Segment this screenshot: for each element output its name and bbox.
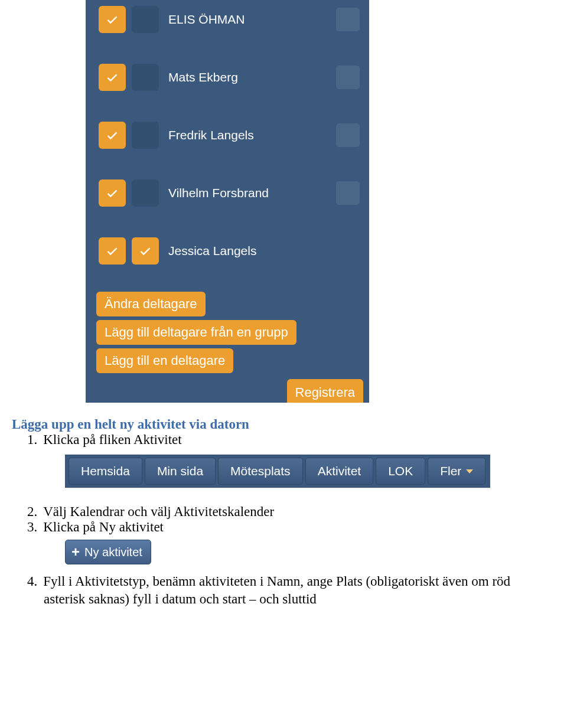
participant-name: Fredrik Langels	[168, 128, 336, 142]
ny-aktivitet-label: Ny aktivitet	[84, 546, 142, 559]
check-icon	[104, 71, 120, 84]
tab-label: Fler	[440, 464, 461, 478]
step-text: Fyll i Aktivitetstyp, benämn aktiviteten…	[43, 574, 510, 606]
step-number: 3.	[27, 520, 37, 534]
tab-label: LOK	[388, 464, 413, 478]
step-text: Klicka på fliken Aktivitet	[43, 432, 181, 447]
tabs-screenshot: Hemsida Min sida Mötesplats Aktivitet LO…	[65, 453, 490, 489]
attendance-checkbox-1[interactable]	[99, 6, 126, 33]
register-row: Registrera	[86, 376, 369, 403]
tab-motesplats[interactable]: Mötesplats	[218, 458, 303, 485]
tab-min-sida[interactable]: Min sida	[145, 458, 216, 485]
participant-row: ELIS ÖHMAN	[86, 0, 369, 58]
tab-label: Hemsida	[81, 464, 130, 478]
add-participant-button[interactable]: Lägg till en deltagare	[96, 348, 233, 373]
chevron-down-icon	[466, 469, 473, 474]
tabs-bar: Hemsida Min sida Mötesplats Aktivitet LO…	[65, 455, 490, 488]
attendance-checkbox-1[interactable]	[99, 122, 126, 149]
participant-panel: ELIS ÖHMANMats EkbergFredrik LangelsVilh…	[86, 0, 369, 403]
check-icon	[104, 244, 120, 257]
tab-fler[interactable]: Fler	[428, 458, 485, 485]
plus-icon: +	[71, 545, 80, 559]
step-text: Klicka på Ny aktivitet	[43, 520, 164, 534]
tab-aktivitet[interactable]: Aktivitet	[305, 458, 374, 485]
attendance-checkbox-2[interactable]	[132, 6, 159, 33]
participant-row: Vilhelm Forsbrand	[86, 174, 369, 231]
attendance-checkbox-1[interactable]	[99, 237, 126, 265]
participant-name: Vilhelm Forsbrand	[168, 186, 336, 200]
attendance-checkbox-2[interactable]	[132, 64, 159, 91]
attendance-checkbox-1[interactable]	[99, 64, 126, 91]
participant-trailing-box[interactable]	[336, 8, 360, 31]
participant-trailing-box[interactable]	[336, 181, 360, 205]
step-number: 1.	[27, 432, 37, 447]
participant-name: Mats Ekberg	[168, 70, 336, 84]
attendance-checkbox-2[interactable]	[132, 179, 159, 207]
ny-aktivitet-wrap: + Ny aktivitet	[65, 540, 555, 564]
participant-row: Fredrik Langels	[86, 116, 369, 174]
section-heading: Lägga upp en helt ny aktivitet via dator…	[12, 417, 555, 432]
instruction-step-1: 1.Klicka på fliken Aktivitet	[12, 432, 555, 448]
add-participant-from-group-button[interactable]: Lägg till deltagare från en grupp	[96, 320, 296, 345]
tab-label: Aktivitet	[318, 464, 361, 478]
edit-participants-button[interactable]: Ändra deltagare	[96, 292, 206, 316]
attendance-checkbox-2[interactable]	[132, 237, 159, 265]
check-icon	[104, 187, 120, 200]
step-text: Välj Kalendrar och välj Aktivitetskalend…	[43, 504, 274, 519]
register-button[interactable]: Registrera	[287, 379, 363, 403]
instruction-step-2: 2.Välj Kalendrar och välj Aktivitetskale…	[12, 504, 555, 520]
participant-row: Mats Ekberg	[86, 58, 369, 116]
participant-name: ELIS ÖHMAN	[168, 12, 336, 27]
participant-row: Jessica Langels	[86, 231, 369, 289]
instruction-step-3: 3.Klicka på Ny aktivitet	[12, 520, 555, 535]
tab-lok[interactable]: LOK	[376, 458, 425, 485]
step-number: 2.	[27, 504, 37, 519]
participant-action-buttons: Ändra deltagare Lägg till deltagare från…	[86, 289, 369, 376]
check-icon	[104, 13, 120, 26]
tab-hemsida[interactable]: Hemsida	[69, 458, 142, 485]
participant-trailing-box[interactable]	[336, 123, 360, 147]
attendance-checkbox-2[interactable]	[132, 122, 159, 149]
tab-label: Mötesplats	[230, 464, 291, 478]
ny-aktivitet-button[interactable]: + Ny aktivitet	[65, 540, 151, 564]
check-icon	[137, 244, 154, 257]
participant-trailing-box[interactable]	[336, 66, 360, 89]
participant-name: Jessica Langels	[168, 244, 362, 258]
step-number: 4.	[27, 574, 37, 589]
attendance-checkbox-1[interactable]	[99, 179, 126, 207]
tab-label: Min sida	[157, 464, 203, 478]
check-icon	[104, 129, 120, 142]
instruction-step-4: 4.Fyll i Aktivitetstyp, benämn aktivitet…	[12, 573, 555, 608]
